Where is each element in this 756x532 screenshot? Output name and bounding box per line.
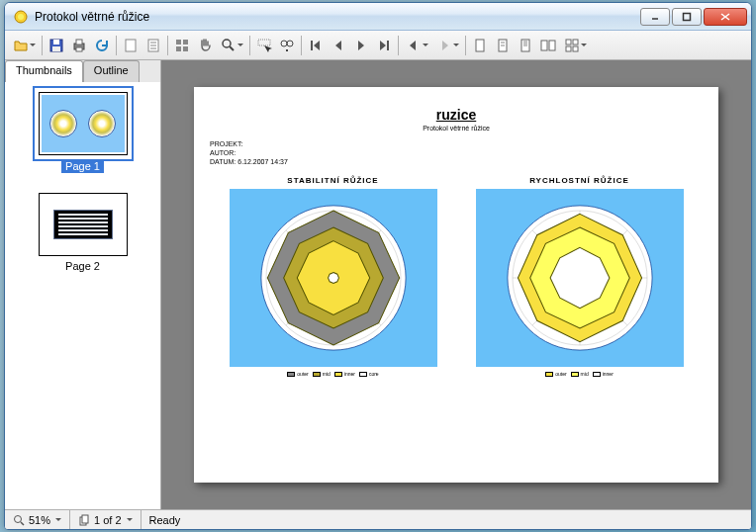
app-window: Protokol větrné růžice [4, 2, 752, 530]
forward-button[interactable] [432, 35, 462, 56]
svg-line-77 [21, 522, 24, 525]
svg-rect-11 [76, 47, 82, 51]
minimize-button[interactable] [640, 8, 670, 26]
tab-thumbnails[interactable]: Thumbnails [5, 60, 83, 82]
thumbnail-image [39, 92, 128, 155]
svg-rect-3 [684, 13, 691, 20]
mini-rose-icon [88, 110, 116, 137]
first-page-button[interactable] [305, 35, 327, 56]
mini-rose-icon [49, 110, 77, 137]
svg-point-25 [287, 41, 293, 46]
zoom-icon [13, 514, 25, 526]
content-area: Thumbnails Outline Page 1 [5, 60, 751, 509]
last-page-button[interactable] [373, 35, 395, 56]
svg-rect-39 [566, 40, 571, 44]
close-button[interactable] [704, 8, 747, 26]
window-controls [638, 8, 747, 26]
view-mode-1-button[interactable] [492, 35, 514, 56]
svg-rect-40 [573, 40, 578, 44]
chart-canvas [476, 189, 684, 367]
status-ready: Ready [142, 510, 751, 529]
refresh-button[interactable] [91, 35, 113, 56]
svg-rect-17 [176, 40, 181, 44]
thumbnail-page-1[interactable]: Page 1 [39, 92, 128, 173]
pages-icon [78, 514, 90, 526]
titlebar[interactable]: Protokol větrné růžice [5, 3, 751, 31]
find-button[interactable] [276, 35, 298, 56]
chart-canvas [230, 189, 437, 367]
svg-rect-19 [176, 46, 181, 51]
sidebar: Thumbnails Outline Page 1 [5, 60, 161, 509]
view-mode-2-button[interactable] [515, 35, 536, 56]
zoom-button[interactable] [217, 35, 246, 56]
svg-rect-23 [258, 40, 270, 45]
thumbnail-label: Page 2 [65, 260, 100, 272]
document-button[interactable] [142, 35, 164, 56]
window-title: Protokol větrné růžice [35, 10, 638, 24]
legend-item: outer [545, 371, 566, 377]
status-zoom[interactable]: 51% [5, 510, 70, 529]
prev-page-button[interactable] [328, 35, 349, 56]
thumbnail-page-2[interactable]: Page 2 [39, 193, 128, 272]
tab-outline[interactable]: Outline [83, 60, 140, 82]
legend-item: inner [593, 371, 614, 377]
meta-autor: AUTOR: [210, 148, 703, 157]
document-title: ruzice [210, 107, 703, 123]
chevron-down-icon [237, 44, 243, 46]
chart-legend: outermidinnercore [287, 371, 378, 377]
single-page-button[interactable] [469, 35, 491, 56]
document-page: ruzice Protokol větrné růžice PROJEKT: A… [194, 87, 718, 483]
chevron-down-icon [581, 44, 587, 46]
zoom-value: 51% [29, 514, 50, 526]
document-subtitle: Protokol větrné růžice [210, 125, 703, 132]
svg-point-21 [223, 40, 231, 47]
meta-datum: DATUM: 6.12.2007 14:37 [210, 157, 703, 166]
svg-rect-20 [183, 46, 188, 51]
status-pages[interactable]: 1 of 2 [70, 510, 142, 529]
legend-item: inner [334, 371, 355, 377]
legend-item: outer [287, 371, 308, 377]
chart-title: RYCHLOSTNÍ RŮŽICE [529, 176, 629, 185]
app-icon [13, 9, 29, 25]
svg-line-22 [230, 46, 234, 50]
mini-table-icon [53, 210, 113, 239]
print-button[interactable] [68, 35, 90, 56]
open-button[interactable] [9, 35, 39, 56]
meta-projekt: PROJEKT: [210, 139, 703, 148]
svg-rect-18 [183, 40, 188, 44]
svg-rect-38 [549, 41, 555, 50]
statusbar: 51% 1 of 2 Ready [5, 509, 751, 529]
thumbnails-panel[interactable]: Page 1 Page 2 [5, 82, 160, 509]
svg-point-1 [18, 14, 24, 20]
chevron-down-icon [30, 44, 36, 46]
main-view[interactable]: ruzice Protokol větrné růžice PROJEKT: A… [161, 60, 751, 509]
back-button[interactable] [402, 35, 431, 56]
charts-row: STABILITNÍ RŮŽICE outermidinnercore RYCH… [210, 176, 703, 377]
thumbnail-image [39, 193, 128, 256]
svg-rect-8 [52, 46, 60, 51]
sidebar-tabs: Thumbnails Outline [5, 60, 160, 82]
save-button[interactable] [46, 35, 67, 56]
page-button[interactable] [120, 35, 142, 56]
next-page-button[interactable] [350, 35, 372, 56]
svg-rect-10 [76, 40, 82, 44]
svg-point-24 [281, 41, 287, 46]
pages-value: 1 of 2 [94, 514, 122, 526]
chart-stability: STABILITNÍ RŮŽICE outermidinnercore [220, 176, 447, 377]
pan-button[interactable] [194, 35, 216, 56]
two-page-button[interactable] [537, 35, 559, 56]
legend-item: mid [313, 371, 331, 377]
legend-item: mid [571, 371, 589, 377]
svg-rect-7 [53, 40, 59, 44]
multi-page-button[interactable] [560, 35, 590, 56]
chart-legend: outermidinner [545, 371, 614, 377]
chevron-down-icon [453, 44, 459, 46]
maximize-button[interactable] [672, 8, 702, 26]
thumbnail-label: Page 1 [61, 159, 104, 173]
chevron-down-icon [55, 518, 61, 521]
select-button[interactable] [253, 35, 275, 56]
chart-title: STABILITNÍ RŮŽICE [287, 176, 378, 185]
svg-marker-59 [328, 273, 338, 284]
thumbnails-toggle-button[interactable] [171, 35, 193, 56]
svg-rect-41 [566, 46, 571, 51]
